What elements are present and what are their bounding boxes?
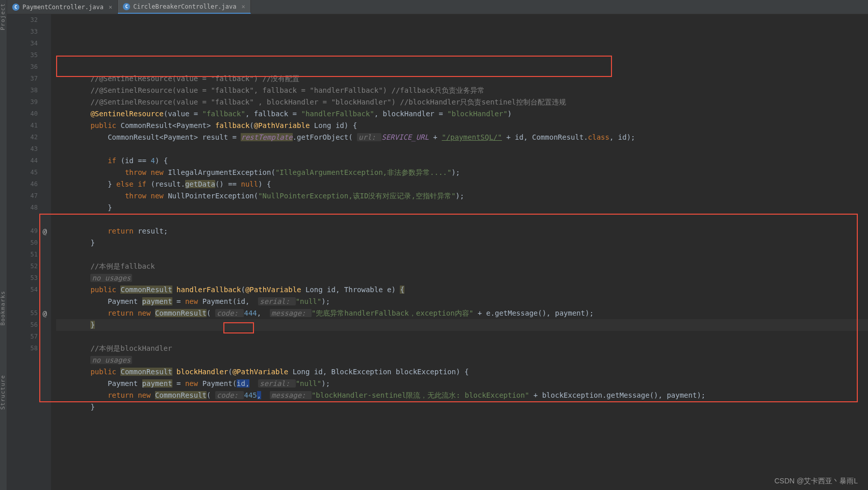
code-line[interactable]: //@SentinelResource(value = "fallback", … (56, 85, 868, 96)
code-line[interactable]: throw new NullPointerException("NullPoin… (56, 190, 868, 202)
gutter-line[interactable]: 42 (12, 132, 38, 143)
code-line[interactable]: Payment payment = new Payment(id, serial… (56, 378, 868, 390)
code-line[interactable]: return new CommonResult( code: 444, mess… (56, 307, 868, 319)
tab-payment-controller[interactable]: C PaymentController.java × (7, 0, 118, 14)
gutter-line[interactable]: 50 (12, 237, 38, 249)
gutter-line[interactable]: 37 (12, 73, 38, 85)
code-area[interactable]: //@SentinelResource(value = "fallback") … (51, 14, 868, 490)
gutter-line[interactable]: 41 (12, 120, 38, 132)
gutter-line[interactable]: 33 (12, 26, 38, 38)
code-token: + (429, 133, 442, 141)
code-line[interactable]: throw new IllegalArgumentException("Ille… (56, 167, 868, 178)
code-line[interactable]: Payment payment = new Payment(id, serial… (56, 296, 868, 307)
gutter-line[interactable]: 51 (12, 249, 38, 261)
tool-window-bar[interactable]: Project Bookmarks Structure (0, 0, 7, 490)
gutter-line[interactable]: 48 (12, 202, 38, 214)
gutter-line[interactable]: 57 (12, 331, 38, 343)
gutter-line[interactable]: 58 (12, 343, 38, 354)
gutter-line[interactable] (12, 214, 38, 225)
code-line[interactable]: CommonResult<Payment> result = restTempl… (56, 132, 868, 143)
gutter-line[interactable]: 39 (12, 96, 38, 108)
code-token: new (185, 379, 202, 388)
close-icon[interactable]: × (109, 4, 112, 11)
code-line[interactable]: //@SentinelResource(value = "fallback") … (56, 73, 868, 85)
code-token: throw new (125, 192, 168, 200)
code-token: Long id, BlockException blockException) … (288, 368, 469, 376)
code-token: @PathVariable (233, 368, 289, 376)
code-token: Payment (90, 297, 142, 305)
code-line[interactable]: return new CommonResult( code: 445, mess… (56, 390, 868, 401)
code-line[interactable]: return result; (56, 225, 868, 237)
code-token: return new (108, 309, 155, 317)
code-line[interactable]: } (56, 319, 868, 331)
code-line[interactable]: //本例是fallback (56, 261, 868, 272)
code-token: 4 (150, 157, 155, 165)
code-line[interactable] (56, 249, 868, 261)
code-token: { (400, 286, 404, 294)
gutter-line[interactable] (12, 296, 38, 307)
code-line[interactable]: } else if (result.getData() == null) { (56, 178, 868, 190)
gutter-line[interactable]: 54 (12, 284, 38, 296)
gutter-line[interactable]: 34 (12, 38, 38, 49)
sidebar-label-bookmarks[interactable]: Bookmarks (0, 291, 6, 326)
gutter-line[interactable]: 56 (12, 319, 38, 331)
editor[interactable]: 323334353637383940414243444546474849@505… (7, 14, 868, 490)
code-token: Long id, Throwable e) (301, 286, 400, 294)
code-token: result; (138, 227, 168, 235)
code-line[interactable]: } (56, 401, 868, 413)
gutter-line[interactable]: 43 (12, 143, 38, 155)
code-token (90, 227, 108, 235)
code-token: SERVICE_URL (381, 133, 429, 141)
code-line[interactable] (56, 143, 868, 155)
code-token: } (90, 321, 94, 329)
code-token: public (90, 368, 120, 376)
gutter-line[interactable]: 36 (12, 61, 38, 73)
gutter-line[interactable]: 46 (12, 178, 38, 190)
code-line[interactable]: } (56, 202, 868, 214)
gutter-line[interactable]: 45 (12, 167, 38, 178)
code-line[interactable]: } (56, 237, 868, 249)
code-line[interactable] (56, 331, 868, 343)
code-line[interactable]: @SentinelResource(value = "fallback", fa… (56, 108, 868, 120)
gutter-line[interactable]: 53 (12, 272, 38, 284)
tab-label: PaymentController.java (22, 4, 104, 11)
code-line[interactable]: if (id == 4) { (56, 155, 868, 167)
java-class-icon: C (123, 3, 130, 10)
code-line[interactable]: public CommonResult blockHandler(@PathVa… (56, 366, 868, 378)
code-line[interactable] (56, 214, 868, 225)
code-line[interactable]: public CommonResult handlerFallback(@Pat… (56, 284, 868, 296)
gutter[interactable]: 323334353637383940414243444546474849@505… (7, 14, 51, 490)
editor-tabs: C PaymentController.java × C CircleBreak… (7, 0, 868, 14)
code-token: } (90, 180, 116, 188)
code-line[interactable]: no usages (56, 354, 868, 366)
code-token: CommonResult (120, 286, 172, 294)
gutter-line[interactable]: 49@ (12, 225, 38, 237)
override-gutter-icon[interactable]: @ (40, 308, 47, 315)
code-line[interactable]: no usages (56, 272, 868, 284)
sidebar-label-structure[interactable]: Structure (0, 375, 6, 410)
code-token: "fallback" (202, 110, 245, 118)
code-line[interactable]: //本例是blockHandler (56, 343, 868, 354)
gutter-line[interactable]: 38 (12, 85, 38, 96)
code-token: (id == (120, 157, 150, 165)
gutter-line[interactable]: 44 (12, 155, 38, 167)
gutter-line[interactable]: 55@ (12, 307, 38, 319)
watermark: CSDN @艾卡西亚丶暴雨L (774, 477, 858, 486)
close-icon[interactable]: × (241, 3, 245, 10)
gutter-line[interactable]: 35 (12, 49, 38, 61)
code-line[interactable]: public CommonResult<Payment> fallback(@P… (56, 120, 868, 132)
gutter-line[interactable]: 47 (12, 190, 38, 202)
code-token: no usages (90, 274, 132, 282)
gutter-line[interactable]: 32 (12, 14, 38, 26)
code-token: "blockHandler-sentinel限流，无此流水: blockExce… (312, 391, 529, 399)
gutter-line[interactable]: 40 (12, 108, 38, 120)
sidebar-label-project[interactable]: Project (0, 3, 6, 30)
gutter-line[interactable]: 52 (12, 261, 38, 272)
code-token: .getForObject( (293, 133, 357, 141)
code-token: if (108, 157, 120, 165)
tab-circle-breaker-controller[interactable]: C CircleBreakerController.java × (118, 0, 251, 14)
code-token: code: (215, 391, 244, 399)
code-token: (value = (164, 110, 202, 118)
override-gutter-icon[interactable]: @ (40, 226, 47, 233)
code-line[interactable]: //@SentinelResource(value = "fallback" ,… (56, 96, 868, 108)
